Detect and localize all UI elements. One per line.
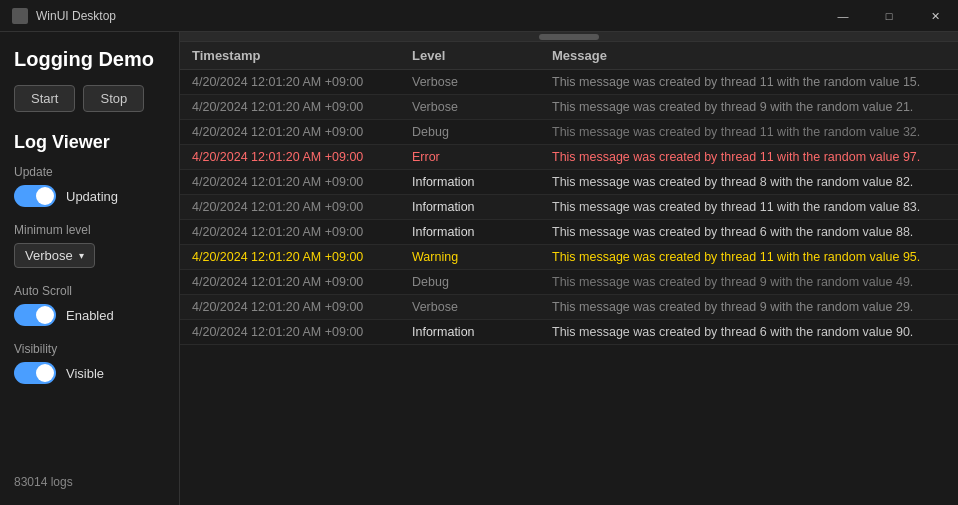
log-timestamp: 4/20/2024 12:01:20 AM +09:00 <box>192 225 412 239</box>
maximize-button[interactable]: □ <box>866 0 912 32</box>
table-row: 4/20/2024 12:01:20 AM +09:00 Warning Thi… <box>180 245 958 270</box>
update-row: Updating <box>14 185 165 207</box>
sidebar: Logging Demo Start Stop Log Viewer Updat… <box>0 32 180 505</box>
minimum-level-group: Minimum level Verbose <box>14 223 165 268</box>
log-count: 83014 logs <box>14 475 165 489</box>
sidebar-buttons: Start Stop <box>14 85 165 112</box>
log-level: Verbose <box>412 100 552 114</box>
log-timestamp: 4/20/2024 12:01:20 AM +09:00 <box>192 150 412 164</box>
enabled-value: Enabled <box>66 308 114 323</box>
log-timestamp: 4/20/2024 12:01:20 AM +09:00 <box>192 125 412 139</box>
window-controls: — □ ✕ <box>820 0 958 32</box>
start-button[interactable]: Start <box>14 85 75 112</box>
update-label: Update <box>14 165 165 179</box>
app-icon <box>12 8 28 24</box>
minimum-level-label: Minimum level <box>14 223 165 237</box>
log-message: This message was created by thread 9 wit… <box>552 275 946 289</box>
minimize-button[interactable]: — <box>820 0 866 32</box>
auto-scroll-toggle[interactable] <box>14 304 56 326</box>
app-title: Logging Demo <box>14 48 165 71</box>
col-header-message: Message <box>552 48 946 63</box>
stop-button[interactable]: Stop <box>83 85 144 112</box>
log-message: This message was created by thread 9 wit… <box>552 300 946 314</box>
log-level: Debug <box>412 125 552 139</box>
log-table[interactable]: 4/20/2024 12:01:20 AM +09:00 Verbose Thi… <box>180 70 958 505</box>
visibility-label: Visibility <box>14 342 165 356</box>
horizontal-scrollbar[interactable] <box>180 32 958 42</box>
log-message: This message was created by thread 11 wi… <box>552 75 946 89</box>
log-timestamp: 4/20/2024 12:01:20 AM +09:00 <box>192 100 412 114</box>
log-level: Debug <box>412 275 552 289</box>
table-row: 4/20/2024 12:01:20 AM +09:00 Verbose Thi… <box>180 95 958 120</box>
table-row: 4/20/2024 12:01:20 AM +09:00 Error This … <box>180 145 958 170</box>
table-row: 4/20/2024 12:01:20 AM +09:00 Debug This … <box>180 120 958 145</box>
log-viewer-title: Log Viewer <box>14 132 165 153</box>
table-header: Timestamp Level Message <box>180 42 958 70</box>
log-message: This message was created by thread 9 wit… <box>552 100 946 114</box>
titlebar: WinUI Desktop — □ ✕ <box>0 0 958 32</box>
log-message: This message was created by thread 11 wi… <box>552 200 946 214</box>
auto-scroll-label: Auto Scroll <box>14 284 165 298</box>
scrollbar-thumb <box>539 34 599 40</box>
content-area: Timestamp Level Message 4/20/2024 12:01:… <box>180 32 958 505</box>
log-message: This message was created by thread 8 wit… <box>552 175 946 189</box>
log-timestamp: 4/20/2024 12:01:20 AM +09:00 <box>192 275 412 289</box>
log-level: Verbose <box>412 75 552 89</box>
table-row: 4/20/2024 12:01:20 AM +09:00 Debug This … <box>180 270 958 295</box>
updating-value: Updating <box>66 189 118 204</box>
table-row: 4/20/2024 12:01:20 AM +09:00 Information… <box>180 195 958 220</box>
main-layout: Logging Demo Start Stop Log Viewer Updat… <box>0 32 958 505</box>
log-message: This message was created by thread 6 wit… <box>552 325 946 339</box>
close-button[interactable]: ✕ <box>912 0 958 32</box>
log-level: Error <box>412 150 552 164</box>
visibility-row: Visible <box>14 362 165 384</box>
auto-scroll-row: Enabled <box>14 304 165 326</box>
visibility-toggle[interactable] <box>14 362 56 384</box>
log-timestamp: 4/20/2024 12:01:20 AM +09:00 <box>192 175 412 189</box>
log-timestamp: 4/20/2024 12:01:20 AM +09:00 <box>192 250 412 264</box>
log-level: Warning <box>412 250 552 264</box>
log-message: This message was created by thread 6 wit… <box>552 225 946 239</box>
log-level: Information <box>412 325 552 339</box>
table-row: 4/20/2024 12:01:20 AM +09:00 Information… <box>180 220 958 245</box>
log-timestamp: 4/20/2024 12:01:20 AM +09:00 <box>192 75 412 89</box>
log-message: This message was created by thread 11 wi… <box>552 125 946 139</box>
table-row: 4/20/2024 12:01:20 AM +09:00 Verbose Thi… <box>180 70 958 95</box>
table-row: 4/20/2024 12:01:20 AM +09:00 Information… <box>180 170 958 195</box>
log-timestamp: 4/20/2024 12:01:20 AM +09:00 <box>192 200 412 214</box>
log-timestamp: 4/20/2024 12:01:20 AM +09:00 <box>192 325 412 339</box>
log-message: This message was created by thread 11 wi… <box>552 150 946 164</box>
table-row: 4/20/2024 12:01:20 AM +09:00 Verbose Thi… <box>180 295 958 320</box>
table-row: 4/20/2024 12:01:20 AM +09:00 Information… <box>180 320 958 345</box>
log-level: Verbose <box>412 300 552 314</box>
col-header-timestamp: Timestamp <box>192 48 412 63</box>
log-timestamp: 4/20/2024 12:01:20 AM +09:00 <box>192 300 412 314</box>
update-group: Update Updating <box>14 165 165 207</box>
updating-toggle[interactable] <box>14 185 56 207</box>
titlebar-title: WinUI Desktop <box>36 9 116 23</box>
visible-value: Visible <box>66 366 104 381</box>
col-header-level: Level <box>412 48 552 63</box>
auto-scroll-group: Auto Scroll Enabled <box>14 284 165 326</box>
log-level: Information <box>412 175 552 189</box>
visibility-group: Visibility Visible <box>14 342 165 384</box>
log-message: This message was created by thread 11 wi… <box>552 250 946 264</box>
log-level: Information <box>412 200 552 214</box>
log-level: Information <box>412 225 552 239</box>
verbose-dropdown[interactable]: Verbose <box>14 243 95 268</box>
